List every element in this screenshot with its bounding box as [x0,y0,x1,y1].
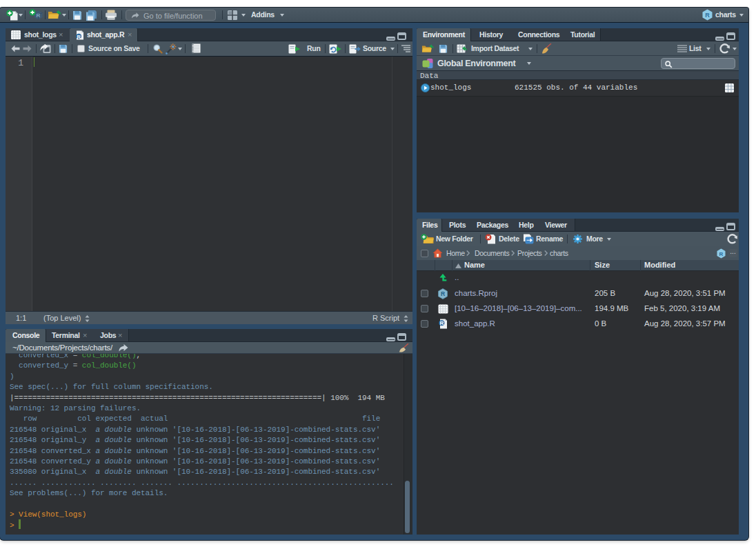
svg-text:R: R [37,12,41,19]
svg-text:R: R [441,290,445,297]
svg-text:R: R [705,12,710,19]
svg-text:R: R [719,250,724,257]
svg-text:R: R [77,33,81,39]
svg-text:R: R [440,320,444,326]
